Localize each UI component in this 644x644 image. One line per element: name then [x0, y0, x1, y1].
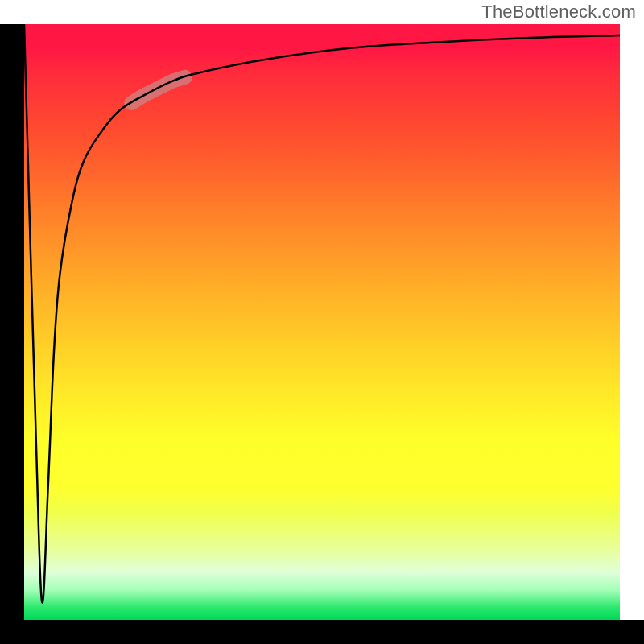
plot-area — [24, 24, 620, 620]
attribution-text: TheBottleneck.com — [481, 2, 636, 23]
y-axis — [0, 24, 24, 620]
curve-highlight-icon — [24, 24, 620, 620]
x-axis — [0, 620, 644, 644]
bottleneck-curve — [24, 24, 620, 620]
chart-canvas: TheBottleneck.com — [0, 0, 644, 644]
